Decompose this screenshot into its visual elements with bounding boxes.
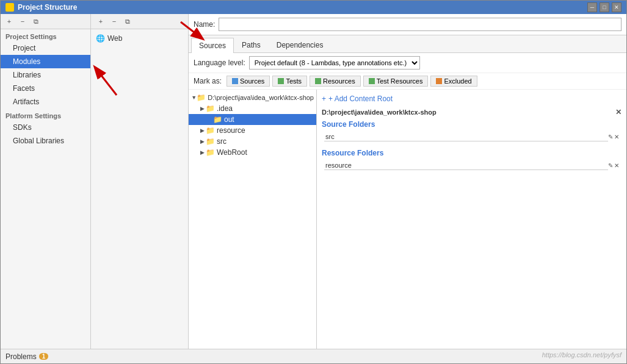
folder-src-icon: 📁 [206,137,215,146]
tree-root-label: D:\project\java\idea_work\ktcx-shop [208,94,314,101]
tree-item-resource[interactable]: ▶ 📁 resource [189,125,316,136]
folder-resource-icon: 📁 [206,126,215,135]
add-button[interactable]: + [3,16,15,27]
project-settings-label: Project Settings [1,29,90,41]
tree-item-src[interactable]: ▶ 📁 src [189,136,316,147]
source-folders-title: Source Folders [322,120,622,129]
toggle-root[interactable]: ▼ [191,95,197,101]
root-path-close-button[interactable]: ✕ [615,108,622,116]
modules-label: Modules [13,57,40,66]
folder-root-icon: 📁 [197,93,206,102]
sidebar-item-sdks[interactable]: SDKs [1,121,90,134]
source-folders-section: Source Folders src ✎ ✕ [322,120,622,143]
copy-button[interactable]: ⧉ [30,16,42,27]
artifacts-label: Artifacts [13,98,39,106]
tree-item-idea[interactable]: ▶ 📁 .idea [189,103,316,114]
content-root-path: D:\project\java\idea_work\ktcx-shop ✕ [322,108,622,116]
sidebar-item-artifacts[interactable]: Artifacts [1,95,90,109]
toggle-resource[interactable]: ▶ [198,127,206,134]
source-folder-edit-button[interactable]: ✎ [608,134,613,140]
add-icon: + [322,95,326,103]
tree-item-webroot[interactable]: ▶ 📁 WebRoot [189,147,316,158]
mark-resources-label: Resources [323,77,355,85]
remove-button[interactable]: − [16,16,29,27]
platform-settings-label: Platform Settings [1,109,90,121]
tree-item-root[interactable]: ▼ 📁 D:\project\java\idea_work\ktcx-shop [189,92,316,103]
problems-tab[interactable]: Problems 1 [5,352,48,361]
module-add-button[interactable]: + [95,16,107,27]
window-icon [5,3,14,12]
mark-as-label: Mark as: [194,77,222,85]
mark-tests-label: Tests [286,77,302,85]
source-folder-path-src: src [324,132,608,141]
name-input[interactable] [219,18,622,31]
resource-folder-edit-button[interactable]: ✎ [608,162,613,169]
folder-idea-icon: 📁 [206,104,215,113]
resource-folders-title: Resource Folders [322,149,622,157]
resource-folder-row: resource ✎ ✕ [322,160,622,171]
root-path-text: D:\project\java\idea_work\ktcx-shop [322,109,437,116]
maximize-button[interactable]: □ [600,2,609,12]
problems-badge: 1 [39,353,49,360]
middle-toolbar: + − ⧉ [91,14,188,29]
mark-as-test-resources-button[interactable]: Test Resources [363,76,429,87]
tree-webroot-label: WebRoot [217,148,247,157]
mark-test-resources-label: Test Resources [377,77,423,85]
facets-label: Facets [13,84,35,93]
problems-label: Problems [5,352,37,361]
libraries-label: Libraries [13,71,41,79]
toggle-webroot[interactable]: ▶ [198,149,206,155]
name-bar: Name: [189,14,626,35]
main-panel: Name: Sources Paths Dependencies Languag… [189,14,626,349]
tabs-bar: Sources Paths Dependencies [189,35,626,53]
info-panel: + + Add Content Root D:\project\java\ide… [317,90,626,349]
folder-webroot-icon: 📁 [206,148,215,157]
add-content-root-button[interactable]: + + Add Content Root [322,95,622,103]
mark-as-sources-button[interactable]: Sources [227,76,270,87]
mark-as-resources-button[interactable]: Resources [310,76,361,87]
sidebar-item-project[interactable]: Project [1,41,90,55]
module-copy-button[interactable]: ⧉ [121,16,134,27]
tab-sources[interactable]: Sources [191,38,234,53]
tab-dependencies[interactable]: Dependencies [269,37,332,52]
content-area: ▼ 📁 D:\project\java\idea_work\ktcx-shop … [189,90,626,349]
tab-paths[interactable]: Paths [234,37,269,52]
module-web-icon: 🌐 [96,34,105,43]
project-label: Project [13,44,35,52]
title-bar-left: Project Structure [5,3,77,12]
project-structure-window: Project Structure ─ □ ✕ + − ⧉ Project Se… [0,0,627,364]
title-bar: Project Structure ─ □ ✕ [1,1,626,14]
add-content-root-label: + Add Content Root [328,95,393,103]
language-level-select[interactable]: Project default (8 - Lambdas, type annot… [249,56,420,70]
module-remove-button[interactable]: − [108,16,120,27]
sidebar-toolbar: + − ⧉ [1,14,90,29]
tree-idea-label: .idea [217,104,233,113]
mark-as-tests-button[interactable]: Tests [272,76,307,87]
mark-as-bar: Mark as: Sources Tests Resources Test Re… [189,73,626,90]
sidebar-item-global-libraries[interactable]: Global Libraries [1,134,90,148]
module-web-item[interactable]: 🌐 Web [91,32,188,45]
sidebar-item-facets[interactable]: Facets [1,82,90,95]
folder-out-icon: 📁 [213,115,222,124]
mark-excluded-label: Excluded [444,77,471,85]
name-label: Name: [194,20,215,29]
resource-folders-section: Resource Folders resource ✎ ✕ [322,149,622,171]
status-bar: Problems 1 [1,349,626,363]
test-resources-icon [369,78,375,84]
close-button[interactable]: ✕ [612,2,622,12]
minimize-button[interactable]: ─ [587,2,597,12]
source-folder-remove-button[interactable]: ✕ [614,134,619,140]
resources-icon [315,78,321,84]
mark-as-excluded-button[interactable]: Excluded [430,76,477,87]
tree-src-label: src [217,137,227,146]
sidebar-item-libraries[interactable]: Libraries [1,68,90,82]
tree-item-out[interactable]: 📁 out [189,114,316,125]
excluded-icon [436,78,442,84]
sidebar-item-modules[interactable]: Modules [1,55,90,68]
resource-folder-remove-button[interactable]: ✕ [614,162,619,169]
toggle-src[interactable]: ▶ [198,138,206,145]
toggle-idea[interactable]: ▶ [198,105,206,112]
resource-folder-path: resource [324,161,608,170]
global-libraries-label: Global Libraries [13,137,64,145]
resource-folder-actions: ✎ ✕ [608,162,619,169]
